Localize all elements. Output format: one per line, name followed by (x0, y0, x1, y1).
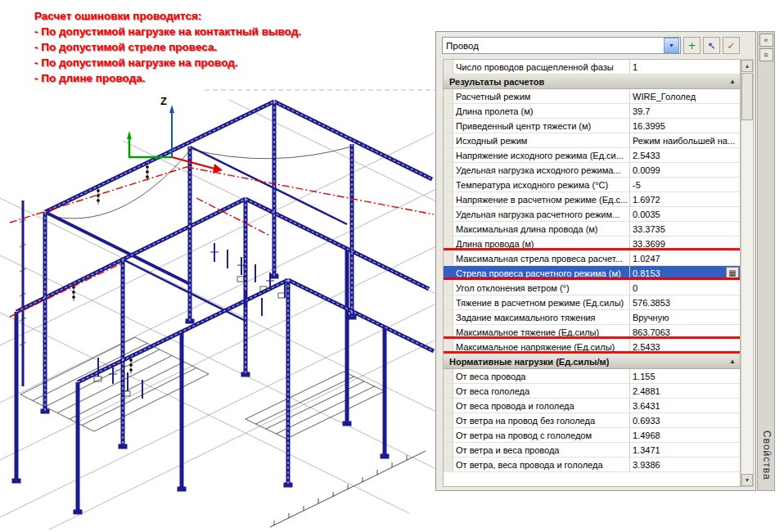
property-row[interactable]: Удельная нагрузка исходного режима...0.0… (444, 163, 740, 178)
property-value[interactable]: 3.6431 (630, 399, 740, 413)
property-value[interactable]: -5 (630, 178, 740, 192)
property-value[interactable]: 3.9386 (630, 458, 740, 471)
property-name: Напряжение исходного режима (Ед.си... (453, 148, 630, 162)
property-value[interactable]: 1.0247 (630, 251, 740, 265)
property-name: Стрела провеса расчетного режима (м) (453, 266, 630, 280)
object-selector-row: Провод ▼ + ↖ ✓ (442, 37, 740, 54)
property-name: Максимальное напряжение (Ед.силы) (453, 340, 630, 354)
row-indent-strip (444, 119, 453, 133)
scrollbar[interactable]: ▲ ▼ (741, 59, 754, 487)
cad-viewport[interactable]: Z (0, 75, 438, 530)
property-name: Тяжение в расчетном режиме (Ед.силы) (453, 295, 630, 309)
property-value[interactable]: 33.3699 (630, 237, 740, 250)
row-indent-strip (444, 384, 453, 398)
property-row[interactable]: Напряжение в расчетном режиме (Ед.с...1.… (444, 192, 740, 207)
quick-select-button[interactable]: ✓ (723, 37, 740, 54)
palette-menu-button[interactable]: ≡ (759, 48, 773, 61)
property-value[interactable]: 1 (630, 60, 740, 74)
property-row[interactable]: От ветра на провод с гололедом1.4968 (444, 428, 740, 443)
property-name: Максимальное тяжение (Ед.силы) (453, 325, 630, 339)
properties-palette: Провод ▼ + ↖ ✓ Число проводов расщепленн… (435, 31, 756, 491)
combo-dropdown-arrow-icon[interactable]: ▼ (664, 38, 679, 53)
property-row[interactable]: Угол отклонения ветром (°)0 (444, 281, 740, 295)
collapse-arrow-icon[interactable]: ▲ (729, 358, 736, 365)
object-type-combo[interactable]: Провод ▼ (442, 37, 681, 54)
annotation-line: - По допустимой стреле провеса. (34, 39, 301, 55)
select-objects-button[interactable]: ↖ (703, 37, 720, 54)
property-row[interactable]: Максимальное тяжение (Ед.силы)863.7063 (444, 325, 740, 340)
property-row[interactable]: Длина пролета (м)39.7 (444, 104, 740, 119)
property-row[interactable]: Исходный режимРежим наибольшей на... (444, 133, 740, 148)
property-name: Задание максимального тяжения (453, 310, 630, 324)
property-row[interactable]: От веса гололеда2.4881 (444, 384, 740, 399)
property-value[interactable]: 2.4881 (630, 384, 740, 398)
section-header-row[interactable]: Нормативные нагрузки (Ед.силы/м)▲ (444, 354, 740, 369)
property-value[interactable]: 1.6972 (630, 192, 740, 206)
scroll-up-button[interactable]: ▲ (741, 60, 753, 72)
row-indent-strip (444, 340, 453, 354)
property-value[interactable]: 0.0099 (630, 163, 740, 177)
property-value[interactable]: 2.5433 (630, 148, 740, 162)
property-value[interactable]: 39.7 (630, 104, 740, 118)
application-window: Расчет ошиновки проводится: - По допусти… (0, 0, 784, 532)
property-row[interactable]: Удельная нагрузка расчетного режим...0.0… (444, 207, 740, 222)
property-value[interactable]: 1.155 (630, 369, 740, 383)
annotation-line: Расчет ошиновки проводится: (34, 8, 301, 24)
row-indent-strip (444, 325, 453, 339)
property-row[interactable]: Задание максимального тяженияВручную (444, 310, 740, 325)
property-row[interactable]: Приведенный центр тяжести (м)16.3995 (444, 119, 740, 133)
property-row[interactable]: Напряжение исходного режима (Ед.си...2.5… (444, 148, 740, 163)
palette-titlebar[interactable]: « ≡ Свойства (757, 31, 775, 491)
property-row[interactable]: От ветра, веса провода и гололеда3.9386 (444, 458, 740, 472)
property-name: Длина пролета (м) (453, 104, 630, 118)
property-value[interactable]: 1.4968 (630, 428, 740, 442)
annotation-line: - По допустимой нагрузке на контактный в… (34, 24, 301, 39)
property-row[interactable]: От веса провода и гололеда3.6431 (444, 399, 740, 413)
property-row[interactable]: От веса провода1.155 (444, 369, 740, 384)
row-indent-strip (444, 428, 453, 442)
property-name: От веса провода (453, 369, 630, 383)
property-value[interactable]: 33.3735 (630, 222, 740, 236)
property-value[interactable]: 0 (630, 281, 740, 295)
property-value[interactable]: 2.5433 (630, 340, 740, 354)
property-row[interactable]: Длина провода (м)33.3699 (444, 237, 740, 251)
property-value[interactable]: 1.3471 (630, 443, 740, 457)
property-value[interactable]: 0.6933 (630, 413, 740, 427)
property-row[interactable]: Температура исходного режима (°С)-5 (444, 178, 740, 192)
property-row[interactable]: Максимальная длина провода (м)33.3735 (444, 222, 740, 237)
property-value[interactable]: 16.3995 (630, 119, 740, 133)
value-editor-button[interactable]: ▦ (726, 267, 739, 278)
property-row[interactable]: Расчетный режимWIRE_Гололед (444, 89, 740, 104)
property-name: Максимальная стрела провеса расчет... (453, 251, 630, 265)
property-value[interactable]: 0.0035 (630, 207, 740, 221)
property-value[interactable]: Вручную (630, 310, 740, 324)
property-value[interactable]: 0.8153▦ (630, 266, 740, 280)
section-header-row[interactable]: Результаты расчетов▲ (444, 74, 740, 89)
property-row[interactable]: Максимальное напряжение (Ед.силы)2.5433 (444, 340, 740, 354)
annotation-line: - По допустимой нагрузке на провод. (34, 55, 301, 70)
row-indent-strip (444, 104, 453, 118)
pickadd-toggle-button[interactable]: + (683, 37, 701, 54)
property-row[interactable]: Тяжение в расчетном режиме (Ед.силы)576.… (444, 295, 740, 310)
site-grid-lines (0, 90, 438, 530)
property-name: От ветра на провод без гололеда (453, 413, 630, 427)
row-indent-strip (444, 133, 453, 147)
property-value[interactable]: 576.3853 (630, 295, 740, 309)
scroll-thumb[interactable] (741, 73, 753, 120)
property-value[interactable]: Режим наибольшей на... (630, 133, 740, 147)
property-value[interactable]: WIRE_Гололед (630, 89, 740, 103)
collapse-arrow-icon[interactable]: ▲ (729, 78, 736, 85)
property-row[interactable]: Максимальная стрела провеса расчет...1.0… (444, 251, 740, 266)
property-row[interactable]: От ветра и веса провода1.3471 (444, 443, 740, 458)
scroll-down-button[interactable]: ▼ (741, 474, 753, 486)
property-row[interactable]: Стрела провеса расчетного режима (м)0.81… (444, 266, 740, 281)
row-indent-strip (444, 281, 453, 295)
property-name: Максимальная длина провода (м) (453, 222, 630, 236)
row-indent-strip (444, 192, 453, 206)
auto-hide-button[interactable]: « (759, 34, 773, 47)
property-row[interactable]: Число проводов расщепленной фазы1 (444, 60, 740, 74)
property-value[interactable]: 863.7063 (630, 325, 740, 339)
property-row[interactable]: От ветра на провод без гололеда0.6933 (444, 413, 740, 428)
row-indent-strip (444, 163, 453, 177)
row-indent-strip (444, 310, 453, 324)
